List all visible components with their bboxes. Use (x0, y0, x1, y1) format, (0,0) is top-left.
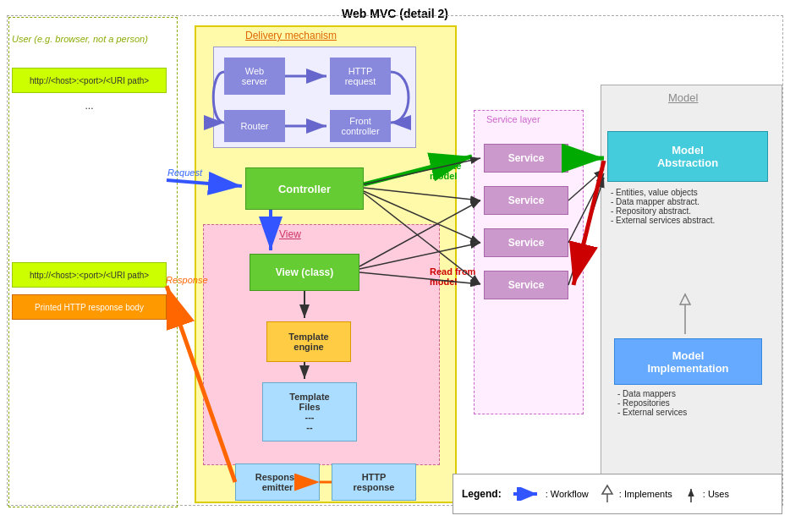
delivery-label: Delivery mechanism (245, 30, 337, 41)
url-top-box: http://<host>:<port>/<URI path> (12, 68, 167, 93)
web-server-box: Web server (224, 58, 285, 95)
model-abstraction-box: Model Abstraction (607, 131, 768, 182)
model-implementation-box: Model Implementation (614, 338, 762, 385)
request-label: Request (167, 167, 202, 178)
implements-arrow-icon (599, 484, 616, 504)
service4-box: Service (484, 271, 568, 299)
response-emitter-box: Response emitter (235, 463, 320, 501)
workflow-label: : Workflow (546, 489, 589, 499)
model-implementation-detail: - Data mappers - Repositories - External… (614, 387, 762, 419)
update-model-label: Update model (430, 161, 461, 181)
printed-body-box: Printed HTTP response body (12, 294, 167, 320)
legend-box: Legend: : Workflow : Implements (453, 474, 782, 514)
router-box: Router (224, 110, 285, 142)
legend-label: Legend: (462, 488, 502, 500)
legend-workflow-item: : Workflow (512, 487, 589, 501)
uses-arrow-icon (683, 484, 699, 504)
user-label: User (e.g. browser, not a person) (12, 34, 148, 44)
http-response-box: HTTP response (332, 463, 416, 501)
service2-box: Service (484, 186, 568, 215)
service-layer-label: Service layer (486, 114, 540, 124)
http-request-box: HTTP request (330, 58, 391, 95)
view-label: View (279, 228, 301, 240)
template-engine-box: Template engine (266, 321, 351, 362)
response-label: Response (166, 275, 208, 285)
read-from-model-label: Read from model (430, 266, 475, 287)
diagram-area: Web MVC (detail 2) Delivery mechanism We… (0, 0, 790, 512)
front-controller-box: Front controller (330, 110, 391, 142)
model-label: Model (668, 91, 698, 104)
legend-uses-item: : Uses (683, 484, 729, 504)
svg-marker-34 (602, 485, 612, 494)
uses-label: : Uses (703, 489, 729, 499)
service1-box: Service (484, 144, 568, 173)
dots-label: ... (12, 100, 167, 112)
model-abstraction-detail: - Entities, value objects - Data mapper … (607, 186, 768, 227)
service3-box: Service (484, 228, 568, 257)
template-files-box: Template Files --- -- (262, 382, 357, 442)
url-bottom-box: http://<host>:<port>/<URI path> (12, 262, 167, 288)
implements-label: : Implements (619, 489, 672, 499)
controller-box: Controller (245, 167, 364, 210)
workflow-arrow-icon (512, 487, 542, 501)
legend-implements-item: : Implements (599, 484, 672, 504)
view-class-box: View (class) (250, 254, 359, 291)
